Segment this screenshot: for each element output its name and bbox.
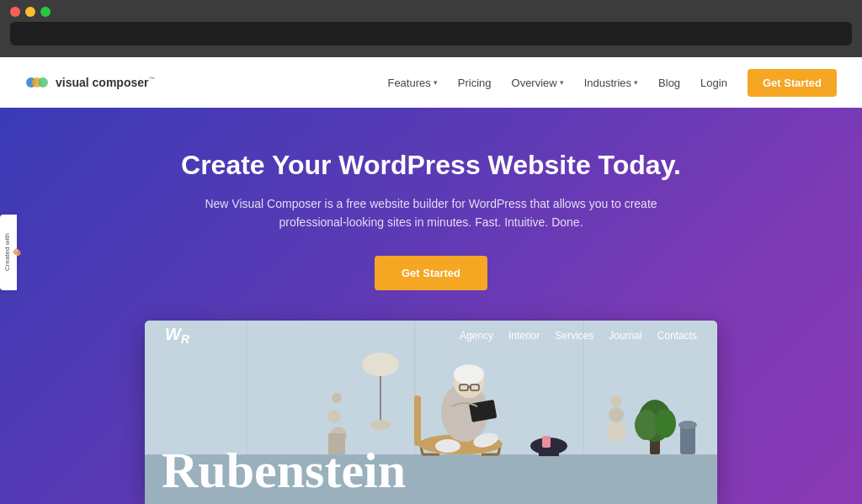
demo-nav-interior[interactable]: Interior bbox=[508, 330, 540, 342]
svg-rect-42 bbox=[680, 425, 695, 454]
logo-icon bbox=[25, 73, 49, 92]
svg-rect-22 bbox=[414, 395, 421, 446]
chevron-down-icon: ▾ bbox=[434, 78, 438, 87]
hero-section: Create Your WordPress Website Today. New… bbox=[0, 108, 862, 504]
demo-website-card: WR Agency Interior Services Journal Cont… bbox=[145, 321, 717, 504]
demo-nav-contacts[interactable]: Contacts bbox=[657, 330, 697, 342]
svg-point-12 bbox=[370, 420, 391, 430]
nav-pricing[interactable]: Pricing bbox=[458, 77, 492, 89]
chevron-down-icon-2: ▾ bbox=[560, 78, 564, 87]
side-widget: Created with 🎨 bbox=[0, 215, 17, 290]
chevron-down-icon-3: ▾ bbox=[634, 78, 638, 87]
demo-nav-services[interactable]: Services bbox=[555, 330, 593, 342]
side-widget-icon: 🎨 bbox=[13, 248, 21, 257]
svg-point-40 bbox=[609, 407, 624, 422]
nav-login[interactable]: Login bbox=[700, 77, 727, 89]
nav-get-started-button[interactable]: Get Started bbox=[748, 69, 837, 97]
nav-links: Features ▾ Pricing Overview ▾ Industries… bbox=[387, 69, 837, 97]
demo-nav-journal[interactable]: Journal bbox=[609, 330, 641, 342]
browser-chrome bbox=[0, 0, 862, 57]
nav-blog[interactable]: Blog bbox=[658, 77, 680, 89]
hero-title: Create Your WordPress Website Today. bbox=[181, 150, 681, 181]
close-button[interactable] bbox=[10, 7, 20, 17]
address-bar[interactable] bbox=[10, 22, 852, 45]
svg-point-38 bbox=[654, 409, 676, 438]
nav-industries[interactable]: Industries ▾ bbox=[584, 77, 638, 89]
svg-point-41 bbox=[610, 395, 622, 407]
hero-subtitle: New Visual Composer is a free website bu… bbox=[195, 194, 667, 232]
logo[interactable]: visual composer™ bbox=[25, 73, 156, 92]
side-widget-text: Created with bbox=[3, 233, 11, 271]
website-content: visual composer™ Features ▾ Pricing Over… bbox=[0, 57, 862, 504]
traffic-lights bbox=[10, 7, 852, 17]
svg-point-10 bbox=[362, 353, 399, 376]
svg-point-39 bbox=[606, 422, 626, 442]
svg-point-29 bbox=[435, 439, 460, 453]
logo-text: visual composer™ bbox=[56, 76, 156, 89]
main-nav: visual composer™ Features ▾ Pricing Over… bbox=[0, 57, 862, 108]
demo-logo: WR bbox=[165, 325, 189, 346]
svg-point-25 bbox=[454, 364, 484, 385]
svg-point-43 bbox=[678, 421, 697, 429]
svg-point-15 bbox=[332, 393, 342, 403]
demo-nav-agency[interactable]: Agency bbox=[460, 330, 493, 342]
nav-features[interactable]: Features ▾ bbox=[387, 77, 437, 89]
demo-nav-links: Agency Interior Services Journal Contact… bbox=[460, 330, 697, 342]
svg-point-2 bbox=[38, 77, 48, 88]
svg-point-14 bbox=[327, 410, 341, 423]
minimize-button[interactable] bbox=[25, 7, 35, 17]
demo-brand-name: Rubenstein bbox=[162, 445, 406, 496]
hero-get-started-button[interactable]: Get Started bbox=[375, 256, 487, 290]
demo-nav: WR Agency Interior Services Journal Cont… bbox=[145, 321, 717, 351]
svg-rect-34 bbox=[542, 436, 551, 448]
maximize-button[interactable] bbox=[40, 7, 51, 17]
nav-overview[interactable]: Overview ▾ bbox=[512, 77, 564, 89]
